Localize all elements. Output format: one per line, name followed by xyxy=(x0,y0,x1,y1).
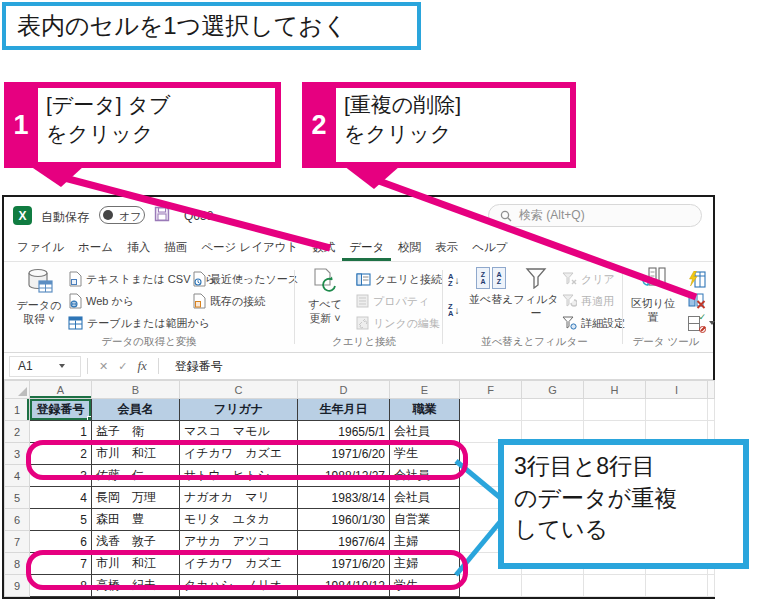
filter-button[interactable]: フィルター xyxy=(512,267,560,337)
clear-filter-button[interactable]: クリア xyxy=(562,269,615,289)
toggle-knob xyxy=(103,210,113,220)
chevron-down-icon xyxy=(709,321,715,325)
cancel-icon[interactable]: ✕ xyxy=(94,360,113,373)
text-to-columns-button[interactable]: 区切り位置 xyxy=(626,267,680,337)
sheet-cell[interactable]: 森田 豊 xyxy=(92,509,180,531)
sheet-cell[interactable] xyxy=(460,399,522,421)
row-header[interactable]: 7 xyxy=(5,531,30,553)
text-to-columns-label: 区切り位置 xyxy=(626,297,680,325)
excel-logo-icon: X xyxy=(13,206,32,225)
refresh-all-button[interactable]: すべて 更新 ˅ xyxy=(299,267,351,337)
column-header-e[interactable]: E xyxy=(390,381,460,399)
step2-text: [重複の削除] をクリック xyxy=(336,88,570,162)
sheet-cell[interactable] xyxy=(584,399,646,421)
sheet-cell[interactable]: 自営業 xyxy=(390,509,460,531)
sheet-cell[interactable] xyxy=(460,575,522,597)
screenshot-canvas: X 自動保存 オフ Q638 検索 (Alt+Q) ファイル xyxy=(0,0,783,601)
name-box[interactable]: A1 xyxy=(9,356,81,377)
queries-connections-label: クエリと接続 xyxy=(375,272,442,287)
ribbon-divider xyxy=(442,270,443,344)
step2-callout: 2 [重複の削除] をクリック xyxy=(302,82,576,168)
column-header-i[interactable]: I xyxy=(646,381,708,399)
tab-view[interactable]: 表示 xyxy=(428,234,465,261)
sheet-cell[interactable]: 4 xyxy=(30,487,92,509)
save-icon[interactable] xyxy=(154,206,170,222)
sort-za-button[interactable]: ZA ↓ xyxy=(448,300,459,320)
data-validation-button[interactable]: ✓ xyxy=(688,313,715,333)
sheet-cell[interactable]: 会社員 xyxy=(390,487,460,509)
sort-az-icon: ↓ xyxy=(454,275,459,286)
existing-connections-label: 既存の接続 xyxy=(210,294,265,309)
flash-fill-button[interactable] xyxy=(688,269,706,289)
column-header-c[interactable]: C xyxy=(180,381,298,399)
reapply-filter-button[interactable]: 再適用 xyxy=(562,291,614,311)
sheet-cell[interactable] xyxy=(584,575,646,597)
sheet-cell[interactable]: 1983/8/14 xyxy=(298,487,390,509)
sheet-cell[interactable] xyxy=(522,575,584,597)
database-icon xyxy=(25,267,53,295)
from-table-range-button[interactable]: テーブルまたは範囲から xyxy=(68,313,210,333)
reapply-filter-label: 再適用 xyxy=(581,294,614,309)
duplicate-note: 3行目と8行目 のデータが重複 している xyxy=(498,439,749,569)
row-header[interactable]: 5 xyxy=(5,487,30,509)
sheet-cell[interactable]: ナガオカ マリ xyxy=(180,487,298,509)
tab-page-layout[interactable]: ページ レイアウト xyxy=(194,234,305,261)
advanced-filter-button[interactable]: 詳細設定 xyxy=(562,313,625,333)
queries-connections-button[interactable]: クエリと接続 xyxy=(356,269,442,289)
sort-az-button[interactable]: AZ ↓ xyxy=(448,270,459,290)
clear-filter-icon xyxy=(562,272,577,286)
row-header[interactable]: 1 xyxy=(5,399,30,421)
from-web-button[interactable]: Web から xyxy=(68,291,134,311)
tab-home[interactable]: ホーム xyxy=(71,234,120,261)
sheet-cell[interactable]: 職業 xyxy=(390,399,460,421)
tab-help[interactable]: ヘルプ xyxy=(465,234,514,261)
sheet-cell[interactable]: 会員名 xyxy=(92,399,180,421)
sheet-cell[interactable] xyxy=(646,575,708,597)
tab-data[interactable]: データ xyxy=(342,234,391,261)
tab-insert[interactable]: 挿入 xyxy=(120,234,157,261)
get-data-label: データの 取得 ˅ xyxy=(17,299,62,327)
sheet-cell[interactable]: 1960/1/30 xyxy=(298,509,390,531)
tab-draw[interactable]: 描画 xyxy=(157,234,194,261)
column-header-b[interactable]: B xyxy=(92,381,180,399)
sheet-cell[interactable] xyxy=(646,399,708,421)
select-all-corner[interactable] xyxy=(5,381,30,399)
filter-label: フィルター xyxy=(512,293,560,321)
fill-handle[interactable] xyxy=(87,416,92,421)
chevron-down-icon xyxy=(59,364,65,368)
column-header-h[interactable]: H xyxy=(584,381,646,399)
column-header-a[interactable]: A xyxy=(30,381,92,399)
autosave-toggle[interactable]: オフ xyxy=(99,206,145,224)
sheet-cell[interactable]: モリタ ユタカ xyxy=(180,509,298,531)
sheet-cell[interactable]: 生年月日 xyxy=(298,399,390,421)
tab-file[interactable]: ファイル xyxy=(10,234,71,261)
search-box[interactable]: 検索 (Alt+Q) xyxy=(488,204,702,227)
cell-a1[interactable]: 登録番号 xyxy=(30,399,92,421)
recent-sources-button[interactable]: 最近使ったソース xyxy=(192,269,299,289)
tab-review[interactable]: 校閲 xyxy=(391,234,428,261)
sheet-cell[interactable]: 5 xyxy=(30,509,92,531)
column-header-g[interactable]: G xyxy=(522,381,584,399)
sort-icon: ZA AZ xyxy=(476,267,506,289)
clear-filter-label: クリア xyxy=(581,272,615,287)
enter-icon[interactable]: ✓ xyxy=(113,360,132,373)
column-header-d[interactable]: D xyxy=(298,381,390,399)
sheet-cell[interactable] xyxy=(522,399,584,421)
sort-button[interactable]: ZA AZ 並べ替え xyxy=(468,267,514,337)
tab-formulas[interactable]: 数式 xyxy=(305,234,342,261)
refresh-all-icon xyxy=(312,267,338,294)
column-header-f[interactable]: F xyxy=(460,381,522,399)
formula-bar-value[interactable]: 登録番号 xyxy=(175,358,223,375)
edit-links-button[interactable]: リンクの編集 xyxy=(356,313,440,333)
sheet-cell[interactable]: フリガナ xyxy=(180,399,298,421)
sheet-cell[interactable]: 長岡 万理 xyxy=(92,487,180,509)
row-header[interactable]: 2 xyxy=(5,421,30,443)
row-header[interactable]: 6 xyxy=(5,509,30,531)
document-title: Q638 xyxy=(184,209,213,223)
insert-function-icon[interactable]: fx xyxy=(132,358,151,374)
get-data-button[interactable]: データの 取得 ˅ xyxy=(12,267,66,337)
properties-button[interactable]: プロパティ xyxy=(356,291,429,311)
table-icon xyxy=(68,316,83,330)
remove-duplicates-button[interactable] xyxy=(688,291,706,311)
existing-connections-button[interactable]: 既存の接続 xyxy=(192,291,265,311)
